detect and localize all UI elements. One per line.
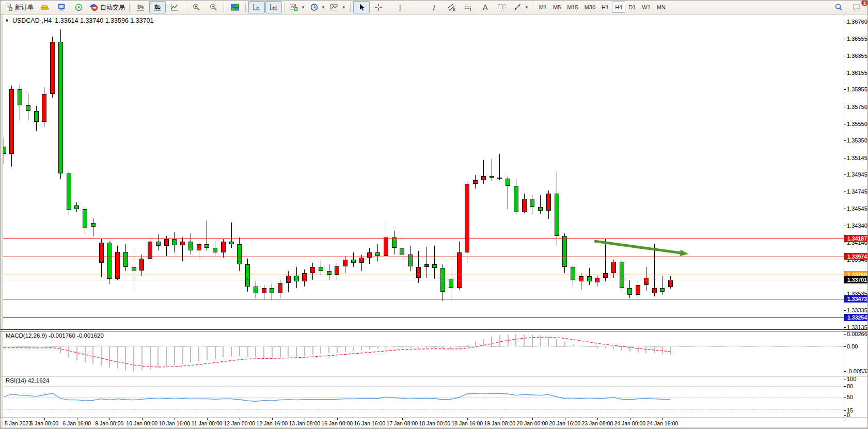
time-axis[interactable]: 5 Jan 20236 Jan 00:006 Jan 16:009 Jan 08… bbox=[1, 1, 868, 429]
time-axis-label: 18 Jan 00:00 bbox=[419, 420, 451, 426]
window-bottom-edge bbox=[1, 427, 868, 429]
macd-main-value: -0.001760 bbox=[49, 332, 75, 339]
chart-symbol-period: USDCAD-,H4 bbox=[12, 17, 52, 24]
time-axis-label: 11 Jan 08:00 bbox=[191, 420, 223, 426]
chart-list-dropdown-icon[interactable]: ▼ bbox=[5, 18, 9, 23]
time-axis-label: 6 Jan 00:00 bbox=[28, 420, 60, 426]
time-axis-label: 16 Jan 00:00 bbox=[321, 420, 353, 426]
time-axis-tick bbox=[337, 418, 338, 420]
time-axis-label: 24 Jan 16:00 bbox=[646, 420, 678, 426]
time-axis-tick bbox=[500, 418, 500, 420]
time-axis-tick bbox=[240, 418, 240, 420]
time-axis-label: 10 Jan 00:00 bbox=[126, 420, 158, 426]
time-axis-tick bbox=[12, 418, 12, 420]
chart-title-bar[interactable]: ▼ USDCAD-,H4 1.33614 1.33740 1.33596 1.3… bbox=[5, 17, 153, 24]
time-axis-tick bbox=[402, 418, 403, 420]
time-axis-tick bbox=[467, 418, 468, 420]
time-axis-label: 24 Jan 00:00 bbox=[614, 420, 646, 426]
time-axis-tick bbox=[435, 418, 435, 420]
time-axis-label: 12 Jan 16:00 bbox=[256, 420, 288, 426]
time-axis-tick bbox=[207, 418, 208, 420]
time-axis-label: 9 Jan 08:00 bbox=[93, 420, 125, 426]
time-axis-label: 20 Jan 00:00 bbox=[516, 420, 548, 426]
time-axis-label: 19 Jan 08:00 bbox=[484, 420, 516, 426]
time-axis-label: 17 Jan 08:00 bbox=[386, 420, 418, 426]
time-axis-label: 16 Jan 16:00 bbox=[354, 420, 386, 426]
time-axis-tick bbox=[662, 418, 663, 420]
time-axis-label: 6 Jan 16:00 bbox=[61, 420, 93, 426]
rsi-label: RSI(14) 42.1624 bbox=[6, 377, 49, 384]
time-axis-tick bbox=[532, 418, 533, 420]
macd-signal-value: -0.001620 bbox=[77, 332, 104, 339]
time-axis-tick bbox=[630, 418, 630, 420]
time-axis-tick bbox=[565, 418, 565, 420]
time-axis-tick bbox=[597, 418, 598, 420]
time-axis-label: 13 Jan 08:00 bbox=[289, 420, 321, 426]
chart-ohlc-values: 1.33614 1.33740 1.33596 1.33701 bbox=[55, 17, 153, 24]
time-axis-tick bbox=[109, 418, 110, 420]
time-axis-tick bbox=[305, 418, 305, 420]
time-axis-tick bbox=[44, 418, 45, 420]
trading-terminal: 新订单 自动交易 bbox=[0, 0, 868, 429]
time-axis-label: 18 Jan 16:00 bbox=[451, 420, 483, 426]
time-axis-tick bbox=[142, 418, 143, 420]
time-axis-label: 23 Jan 08:00 bbox=[581, 420, 613, 426]
macd-label: MACD(12,26,9) -0.001760 -0.001620 bbox=[6, 332, 104, 339]
time-axis-tick bbox=[370, 418, 370, 420]
time-axis-label: 20 Jan 16:00 bbox=[549, 420, 581, 426]
time-axis-label: 12 Jan 00:00 bbox=[224, 420, 256, 426]
time-axis-tick bbox=[175, 418, 175, 420]
time-axis-label: 10 Jan 16:00 bbox=[159, 420, 191, 426]
time-axis-tick bbox=[272, 418, 273, 420]
time-axis-tick bbox=[77, 418, 77, 420]
rsi-value: 42.1624 bbox=[28, 377, 50, 384]
